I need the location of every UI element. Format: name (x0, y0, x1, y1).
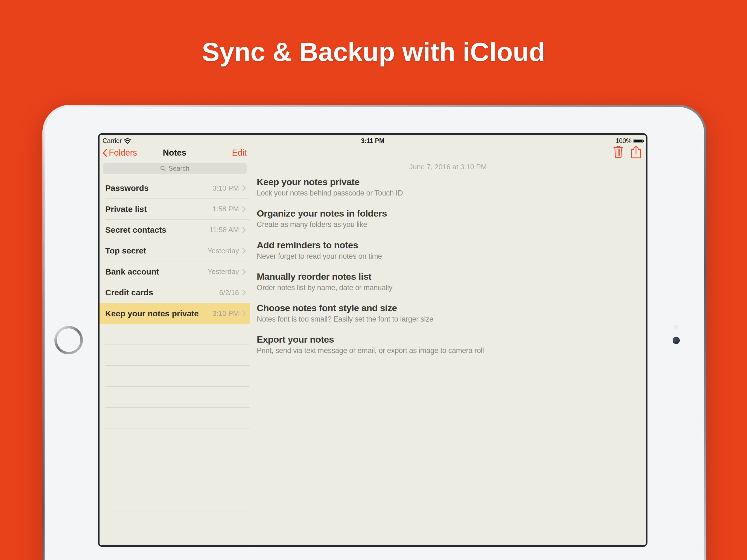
search-placeholder: Search (169, 164, 189, 172)
note-title: Top secret (105, 246, 208, 255)
note-list-item[interactable]: Credit cards 6/2/16 (100, 282, 250, 303)
editor-toolbar (613, 145, 641, 159)
chevron-right-icon (242, 269, 246, 275)
chevron-right-icon (242, 206, 246, 212)
note-title: Private list (105, 205, 212, 214)
search-icon (160, 166, 166, 172)
note-section-body: Order notes list by name, date or manual… (257, 283, 638, 292)
chevron-left-icon (102, 149, 107, 157)
ipad-device: Carrier 3:11 PM 100% (42, 105, 706, 560)
banner-title: Sync & Backup with iCloud (0, 36, 747, 67)
note-list: Passwords 3:10 PM (100, 178, 250, 324)
note-section-heading: Choose notes font style and size (257, 302, 638, 314)
note-body: Keep your notes private Lock your notes … (257, 176, 638, 365)
chevron-right-icon (242, 227, 246, 233)
note-section-body: Print, send via text message or email, o… (257, 346, 638, 355)
ambient-sensor (674, 325, 678, 329)
search-input[interactable]: Search (103, 163, 247, 174)
note-date: 3:10 PM (212, 309, 239, 318)
front-camera (673, 337, 680, 344)
note-date: 1:58 PM (212, 205, 239, 213)
home-button[interactable] (54, 326, 83, 354)
note-title: Bank account (105, 267, 208, 276)
note-date: Yesterday (208, 268, 239, 276)
note-section: Organize your notes in folders Create as… (257, 207, 638, 239)
edit-button[interactable]: Edit (232, 145, 247, 161)
note-section: Keep your notes private Lock your notes … (257, 176, 638, 207)
note-list-item[interactable]: Secret contacts 11:58 AM (100, 220, 250, 240)
app-screen: Carrier 3:11 PM 100% (100, 135, 646, 545)
empty-row-separators (105, 324, 250, 545)
chevron-right-icon (242, 289, 246, 296)
note-list-item[interactable]: Passwords 3:10 PM (100, 178, 250, 199)
note-section-body: Never forget to read your notes on time (257, 252, 638, 261)
note-section: Manually reorder notes list Order notes … (257, 271, 638, 302)
note-section-heading: Organize your notes in folders (257, 207, 638, 219)
note-title: Credit cards (105, 288, 219, 297)
sidebar-nav-bar: Notes Folders Edit (100, 145, 250, 161)
note-section: Export your notes Print, send via text m… (257, 333, 638, 365)
note-date: 11:58 AM (209, 226, 239, 234)
note-section-body: Notes font is too small? Easily set the … (257, 314, 638, 324)
note-title: Secret contacts (105, 225, 209, 235)
chevron-right-icon (242, 311, 246, 316)
note-title: Passwords (105, 183, 212, 193)
chevron-right-icon (242, 185, 246, 191)
note-section-heading: Keep your notes private (257, 176, 638, 188)
note-list-item[interactable]: Top secret Yesterday (100, 240, 250, 261)
trash-button[interactable] (613, 146, 623, 158)
note-list-item[interactable]: Bank account Yesterday (100, 261, 250, 282)
note-editor[interactable]: June 7, 2016 at 3:10 PM Keep your notes … (250, 135, 646, 545)
note-title: Keep your notes private (105, 309, 212, 318)
note-section: Choose notes font style and size Notes f… (257, 302, 638, 333)
trash-icon (613, 146, 623, 158)
notes-sidebar: Notes Folders Edit (100, 135, 250, 545)
share-button[interactable] (630, 145, 641, 159)
note-date-line: June 7, 2016 at 3:10 PM (250, 163, 646, 171)
note-list-item[interactable]: Private list 1:58 PM (100, 199, 250, 219)
note-section: Add reminders to notes Never forget to r… (257, 239, 638, 271)
note-date: 3:10 PM (212, 184, 239, 193)
chevron-right-icon (242, 248, 246, 254)
note-section-body: Lock your notes behind passcode or Touch… (257, 188, 638, 198)
note-section-heading: Manually reorder notes list (257, 271, 638, 282)
note-list-item[interactable]: Keep your notes private 3:10 PM (100, 303, 250, 324)
nav-divider (100, 161, 250, 161)
note-date: Yesterday (208, 247, 239, 255)
note-date: 6/2/16 (219, 288, 239, 297)
note-section-heading: Export your notes (257, 333, 638, 345)
screen-frame: Carrier 3:11 PM 100% (98, 133, 647, 547)
back-button-label: Folders (109, 148, 137, 158)
note-section-body: Create as many folders as you like (257, 220, 638, 229)
back-button-folders[interactable]: Folders (102, 145, 137, 161)
note-section-heading: Add reminders to notes (257, 239, 638, 251)
share-icon (630, 145, 641, 159)
